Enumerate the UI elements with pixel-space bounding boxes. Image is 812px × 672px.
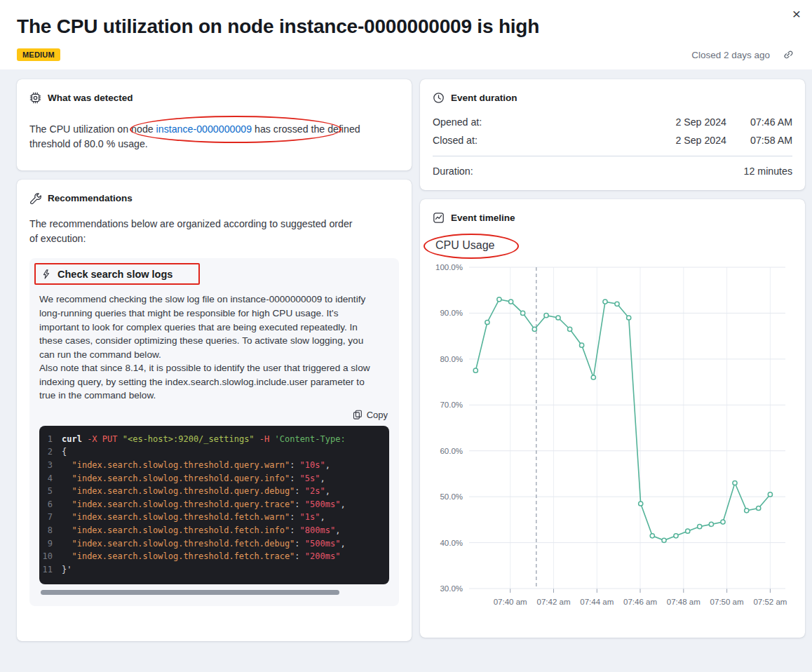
- svg-text:30.0%: 30.0%: [440, 584, 463, 593]
- duration-rows: Opened at: 2 Sep 2024 07:46 AM Closed at…: [433, 113, 792, 177]
- card-header: Event timeline: [433, 212, 792, 224]
- alert-flyout: × The CPU utilization on node instance-0…: [0, 0, 812, 672]
- code-line: 1curl -X PUT "<es-host>:9200/_settings" …: [39, 433, 386, 446]
- detected-text-before: The CPU utilization on node: [29, 123, 156, 135]
- svg-text:07:40 am: 07:40 am: [494, 598, 527, 606]
- duration-label: Duration:: [433, 166, 473, 177]
- svg-text:07:44 am: 07:44 am: [580, 598, 614, 606]
- code-line: 4 "index.search.slowlog.threshold.query.…: [39, 472, 386, 485]
- row-label: Opened at:: [433, 116, 642, 128]
- copy-button[interactable]: Copy: [353, 410, 388, 420]
- duration-total-row: Duration: 12 minutes: [433, 156, 792, 177]
- svg-text:50.0%: 50.0%: [440, 492, 463, 501]
- closed-status-text: Closed 2 days ago: [691, 50, 770, 60]
- code-line: 7 "index.search.slowlog.threshold.fetch.…: [39, 511, 386, 524]
- right-column: Event duration Opened at: 2 Sep 2024 07:…: [420, 79, 805, 638]
- svg-text:80.0%: 80.0%: [440, 355, 463, 363]
- status-group: Closed 2 days ago: [691, 49, 794, 60]
- svg-text:70.0%: 70.0%: [440, 401, 463, 409]
- card-event-timeline: Event timeline CPU Usage 07:40 am07:42 a…: [420, 199, 805, 638]
- row-date: 2 Sep 2024: [642, 116, 726, 128]
- duration-value: 12 minutes: [744, 166, 792, 177]
- duration-row-opened: Opened at: 2 Sep 2024 07:46 AM: [433, 113, 792, 131]
- meta-row: MEDIUM Closed 2 days ago: [17, 48, 795, 61]
- copy-row: Copy: [39, 410, 388, 420]
- code-block[interactable]: 1curl -X PUT "<es-host>:9200/_settings" …: [39, 426, 389, 585]
- row-time: 07:58 AM: [726, 135, 792, 146]
- recommendation-paragraph: Also note that since 8.14, it is possibl…: [39, 361, 377, 403]
- close-icon[interactable]: ×: [785, 3, 808, 25]
- row-time: 07:46 AM: [726, 116, 792, 128]
- card-title: Event timeline: [451, 213, 515, 223]
- recommendation-panel: Check search slow logs We recommend chec…: [29, 258, 399, 606]
- code-block-lines: 1curl -X PUT "<es-host>:9200/_settings" …: [39, 433, 386, 577]
- svg-text:07:42 am: 07:42 am: [537, 598, 571, 606]
- flyout-header: × The CPU utilization on node instance-0…: [0, 0, 812, 69]
- timeline-chart-icon: [433, 212, 445, 224]
- code-line: 6 "index.search.slowlog.threshold.query.…: [39, 498, 386, 511]
- copy-icon: [353, 410, 363, 419]
- card-header: Event duration: [433, 92, 792, 104]
- svg-text:90.0%: 90.0%: [440, 309, 463, 317]
- detected-text: The CPU utilization on node instance-000…: [29, 122, 373, 151]
- recommendation-paragraph: We recommend checking the slow log file …: [39, 293, 377, 361]
- card-event-duration: Event duration Opened at: 2 Sep 2024 07:…: [420, 79, 805, 190]
- recommendation-title: Check search slow logs: [57, 269, 172, 280]
- duration-row-closed: Closed at: 2 Sep 2024 07:58 AM: [433, 131, 792, 149]
- code-line: 8 "index.search.slowlog.threshold.fetch.…: [39, 524, 386, 537]
- code-line: 3 "index.search.slowlog.threshold.query.…: [39, 459, 386, 472]
- svg-text:07:50 am: 07:50 am: [710, 598, 744, 606]
- recommendation-body: We recommend checking the slow log file …: [39, 293, 389, 403]
- card-title: What was detected: [48, 93, 133, 103]
- link-icon[interactable]: [783, 49, 794, 60]
- svg-text:100.0%: 100.0%: [435, 263, 463, 271]
- content-area: What was detected The CPU utilization on…: [0, 69, 812, 641]
- recommendation-header: Check search slow logs: [41, 269, 172, 280]
- card-title: Event duration: [451, 93, 517, 103]
- svg-text:40.0%: 40.0%: [440, 539, 463, 547]
- lightning-bolt-icon: [41, 269, 52, 280]
- chart-title: CPU Usage: [435, 239, 494, 251]
- node-link[interactable]: instance-0000000009: [156, 123, 252, 135]
- chart-title-wrap: CPU Usage: [435, 239, 494, 252]
- card-recommendations: Recommendations The recommendations belo…: [17, 180, 412, 641]
- card-header: What was detected: [29, 92, 399, 104]
- code-hscrollbar[interactable]: [39, 590, 389, 595]
- clock-icon: [433, 92, 445, 104]
- card-what-was-detected: What was detected The CPU utilization on…: [17, 79, 412, 170]
- chart-box: 07:40 am07:42 am07:44 am07:46 am07:48 am…: [433, 257, 792, 625]
- wrench-icon: [29, 192, 41, 204]
- page-title: The CPU utilization on node instance-000…: [17, 14, 564, 39]
- recommendations-intro: The recommendations below are organized …: [29, 217, 356, 246]
- code-line: 2{: [39, 445, 386, 459]
- code-line: 10 "index.search.slowlog.threshold.fetch…: [39, 550, 386, 563]
- code-line: 5 "index.search.slowlog.threshold.query.…: [39, 485, 386, 498]
- row-date: 2 Sep 2024: [642, 135, 726, 146]
- copy-label: Copy: [367, 410, 388, 420]
- node-link-wrap: instance-0000000009: [156, 123, 252, 135]
- cpu-chip-icon: [29, 92, 41, 104]
- severity-badge: MEDIUM: [17, 48, 60, 61]
- card-header: Recommendations: [29, 192, 399, 204]
- svg-text:07:52 am: 07:52 am: [753, 598, 787, 606]
- cpu-usage-chart: 07:40 am07:42 am07:44 am07:46 am07:48 am…: [433, 257, 792, 622]
- svg-text:60.0%: 60.0%: [440, 447, 463, 455]
- left-column: What was detected The CPU utilization on…: [17, 79, 412, 641]
- row-label: Closed at:: [433, 135, 642, 146]
- code-line: 11}': [39, 563, 386, 577]
- code-hscrollbar-thumb[interactable]: [41, 590, 339, 595]
- svg-text:07:46 am: 07:46 am: [623, 598, 657, 606]
- code-line: 9 "index.search.slowlog.threshold.fetch.…: [39, 537, 386, 551]
- svg-text:07:48 am: 07:48 am: [667, 598, 701, 606]
- card-title: Recommendations: [48, 193, 133, 203]
